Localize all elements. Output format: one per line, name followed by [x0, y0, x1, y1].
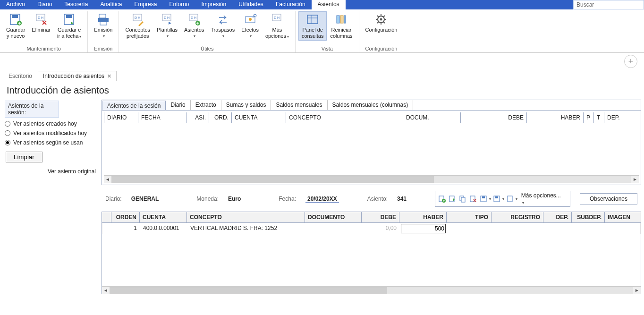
tb-new-line[interactable]: [437, 194, 447, 204]
ribbon-eliminar[interactable]: D H Eliminar: [28, 11, 54, 41]
ribbon-plantillas[interactable]: D H Plantillas ▾: [153, 11, 181, 41]
col-haber-b[interactable]: HABER: [399, 212, 447, 222]
ribbon-group-utiles: D H Conceptos prefijados D H Plantillas …: [119, 11, 296, 52]
tb-mas-opciones[interactable]: Más opciones... ▾: [518, 192, 568, 205]
doc-tab-introduccion[interactable]: Introducción de asientos ✕: [38, 71, 117, 81]
ver-asiento-original-link[interactable]: Ver asiento original: [5, 168, 97, 175]
tb-copy-line[interactable]: [458, 194, 467, 204]
cell-cuenta[interactable]: 400.0.0.00001: [140, 223, 187, 234]
col-fecha[interactable]: FECHA: [138, 112, 186, 123]
col-documento-b[interactable]: DOCUMENTO: [305, 212, 362, 222]
col-imagen-b[interactable]: IMAGEN: [605, 212, 633, 222]
chevron-down-icon: ▾: [79, 34, 81, 39]
scroll-left-icon[interactable]: ◄: [104, 177, 111, 182]
ribbon-reiniciar-columnas[interactable]: Reiniciar columnas: [327, 11, 356, 41]
table-row[interactable]: 1 400.0.0.00001 VERTICAL MADRID S. FRA: …: [102, 223, 641, 234]
col-dep-b[interactable]: DEP.: [543, 212, 572, 222]
tb-delete-line[interactable]: [468, 194, 478, 204]
cell-registro[interactable]: [492, 223, 544, 234]
menu-asientos[interactable]: Asientos: [312, 0, 346, 9]
bottom-grid-hscroll[interactable]: ◄ ►: [102, 286, 641, 294]
ribbon-emision[interactable]: Emisión ▾: [91, 11, 116, 41]
svg-rect-7: [99, 14, 106, 18]
ribbon-configuracion[interactable]: Configuración: [362, 11, 401, 41]
cell-debe[interactable]: 0,00: [362, 223, 400, 234]
menu-diario[interactable]: Diario: [31, 0, 58, 9]
ribbon-guardar-y-nuevo[interactable]: Guardar y nuevo: [3, 11, 28, 41]
menubar: Archivo Diario Tesorería Analítica Empre…: [0, 0, 644, 9]
menu-facturacion[interactable]: Facturación: [270, 0, 312, 9]
inner-tab-extracto[interactable]: Extracto: [191, 100, 221, 110]
col-diario[interactable]: DIARIO: [104, 112, 138, 123]
tb-save[interactable]: [479, 194, 488, 204]
cell-imagen[interactable]: [605, 223, 634, 234]
ribbon-guardar-ir-fecha[interactable]: Guardar e ir a fecha▾: [54, 11, 85, 41]
col-subdep-b[interactable]: SUBDEP.: [572, 212, 605, 222]
col-asi[interactable]: ASI.: [186, 112, 209, 123]
inner-tab-saldos-mensuales[interactable]: Saldos mensuales: [271, 100, 327, 110]
col-haber[interactable]: HABER: [527, 112, 584, 123]
chevron-down-icon[interactable]: ▾: [489, 197, 491, 201]
col-cuenta-b[interactable]: CUENTA: [140, 212, 187, 222]
inner-tab-diario[interactable]: Diario: [166, 100, 190, 110]
ribbon-panel-consultas[interactable]: Panel de consultas: [298, 11, 327, 41]
inner-tab-saldos-mensuales-col[interactable]: Saldos mensuales (columnas): [328, 100, 414, 110]
cell-orden[interactable]: 1: [112, 223, 140, 234]
tb-doc[interactable]: [505, 194, 515, 204]
menu-utilidades[interactable]: Utilidades: [232, 0, 270, 9]
menu-empresa[interactable]: Empresa: [128, 0, 163, 9]
bottom-grid-body[interactable]: [102, 234, 641, 286]
ribbon-mas-opciones[interactable]: D H Más opciones▾: [262, 11, 292, 41]
close-icon[interactable]: ✕: [107, 73, 111, 79]
menu-archivo[interactable]: Archivo: [0, 0, 31, 9]
menu-impresion[interactable]: Impresión: [195, 0, 232, 9]
ribbon-efectos[interactable]: Efectos ▾: [238, 11, 262, 41]
col-tipo-b[interactable]: TIPO: [447, 212, 491, 222]
top-grid-hscroll[interactable]: ◄ ►: [104, 175, 639, 183]
scroll-right-icon[interactable]: ►: [633, 288, 641, 293]
col-debe[interactable]: DEBE: [461, 112, 527, 123]
col-p[interactable]: P: [584, 112, 594, 123]
svg-point-30: [380, 18, 382, 21]
observaciones-button[interactable]: Observaciones: [580, 193, 637, 204]
radio-segun-se-usan[interactable]: Ver asientos según se usan: [5, 139, 97, 146]
col-t[interactable]: T: [594, 112, 604, 123]
cell-tipo[interactable]: [447, 223, 492, 234]
scroll-left-icon[interactable]: ◄: [102, 288, 110, 293]
doc-tab-escritorio[interactable]: Escritorio: [4, 71, 37, 81]
col-orden[interactable]: ORDEN: [111, 212, 140, 222]
col-debe-b[interactable]: DEBE: [362, 212, 399, 222]
top-grid-body[interactable]: [104, 123, 639, 175]
cell-dep[interactable]: [544, 223, 572, 234]
cell-subdep[interactable]: [572, 223, 605, 234]
col-dep[interactable]: DEP.: [604, 112, 621, 123]
limpiar-button[interactable]: Limpiar: [6, 152, 42, 162]
tb-insert-line[interactable]: [448, 194, 457, 204]
cell-documento[interactable]: [305, 223, 362, 234]
col-docum[interactable]: DOCUM.: [403, 112, 461, 123]
col-registro-b[interactable]: REGISTRO: [491, 212, 543, 222]
scroll-right-icon[interactable]: ►: [631, 177, 639, 182]
tb-save-2[interactable]: [492, 194, 501, 204]
inner-tab-asientos-sesion[interactable]: Asientos de la sesión: [102, 101, 166, 111]
menu-analitica[interactable]: Analítica: [94, 0, 128, 9]
menu-entorno[interactable]: Entorno: [163, 0, 195, 9]
search-input[interactable]: Buscar: [573, 0, 644, 9]
col-concepto-b[interactable]: CONCEPTO: [187, 212, 305, 222]
ribbon-traspasos[interactable]: Traspasos ▾: [207, 11, 238, 41]
ribbon-asientos[interactable]: D H Asientos ▾: [181, 11, 207, 41]
ribbon-conceptos-prefijados[interactable]: D H Conceptos prefijados: [122, 11, 153, 41]
col-concepto[interactable]: CONCEPTO: [286, 112, 403, 123]
col-cuenta[interactable]: CUENTA: [232, 112, 286, 123]
fecha-value[interactable]: 20/02/20XX: [305, 196, 339, 203]
inner-tab-sumas-saldos[interactable]: Sumas y saldos: [221, 100, 271, 110]
cell-haber-input[interactable]: [401, 224, 446, 233]
add-button[interactable]: +: [624, 55, 637, 68]
radio-modificados-hoy[interactable]: Ver asientos modificados hoy: [5, 130, 97, 136]
menu-tesoreria[interactable]: Tesorería: [58, 0, 94, 9]
chevron-down-icon[interactable]: ▾: [516, 197, 517, 201]
radio-creados-hoy[interactable]: Ver asientos creados hoy: [5, 120, 97, 127]
col-ord[interactable]: ORD.: [209, 112, 232, 123]
chevron-down-icon[interactable]: ▾: [502, 197, 504, 201]
cell-concepto[interactable]: VERTICAL MADRID S. FRA: 1252: [187, 223, 305, 234]
